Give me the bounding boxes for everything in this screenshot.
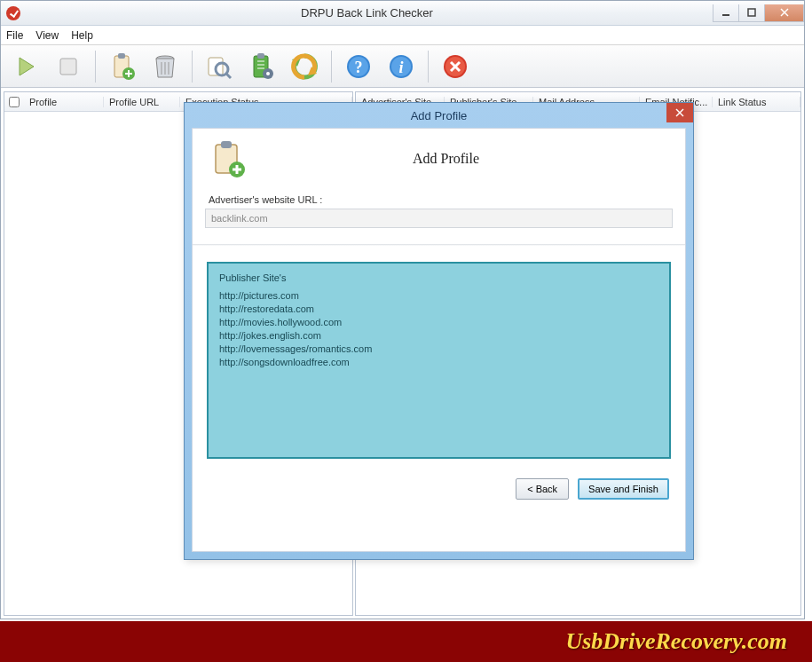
watermark-bar: UsbDriveRecovery.com [0,621,812,662]
info-button[interactable]: i [382,49,421,84]
col-profile[interactable]: Profile [24,97,104,107]
url-field-label: Advertiser's website URL : [209,194,673,205]
dialog-close-button[interactable] [666,103,693,122]
svg-rect-7 [118,53,125,59]
save-finish-button[interactable]: Save and Finish [578,478,669,500]
toolbar-separator [331,51,332,83]
app-icon [6,6,20,20]
toolbar: ? i [1,45,804,88]
clipboard-add-icon [108,52,137,81]
svg-line-17 [226,74,231,78]
dialog-heading: Add Profile [262,151,630,167]
toolbar-separator [428,51,429,83]
menu-help[interactable]: Help [71,29,93,42]
search-button[interactable] [200,49,239,84]
svg-text:i: i [398,59,403,76]
menu-view[interactable]: View [35,29,59,42]
play-button[interactable] [6,49,45,84]
dialog-header: Add Profile [205,136,673,187]
svg-point-24 [266,72,270,75]
clipboard-add-icon [209,139,248,178]
refresh-button[interactable] [285,49,324,84]
stop-button[interactable] [49,49,88,84]
close-icon [675,108,684,117]
select-all-column[interactable] [4,97,24,107]
col-link-status[interactable]: Link Status [713,97,800,107]
publisher-site-item: http://lovemessages/romantics.com [219,343,658,354]
publisher-site-item: http://pictures.com [219,290,658,301]
watermark-text: UsbDriveRecovery.com [565,628,787,655]
clipboard-gear-icon [248,52,276,81]
menubar: File View Help [1,26,804,45]
publisher-site-item: http://movies.hollywood.com [219,317,658,327]
advertiser-url-input[interactable] [205,209,673,228]
minimize-icon [721,8,730,17]
delete-button[interactable] [146,49,185,84]
close-button[interactable] [764,4,804,22]
dialog-titlebar: Add Profile [185,103,693,128]
publisher-sites-title: Publisher Site's [219,272,658,283]
help-icon: ? [344,52,373,81]
svg-marker-4 [20,58,34,75]
exit-button[interactable] [436,49,475,84]
play-icon [12,52,40,81]
minimize-button[interactable] [713,4,739,22]
toolbar-separator [192,51,193,83]
col-profile-url[interactable]: Profile URL [104,97,180,107]
settings-profile-button[interactable] [242,49,281,84]
divider [193,244,685,246]
window-controls [713,4,804,22]
dialog-title: Add Profile [185,109,693,122]
help-button[interactable]: ? [339,49,378,84]
search-icon [205,52,233,81]
toolbar-separator [95,51,96,83]
publisher-site-item: http://jokes.english.com [219,330,658,341]
svg-rect-40 [221,141,232,148]
svg-rect-1 [748,9,755,16]
menu-file[interactable]: File [6,29,23,42]
window-title: DRPU Back Link Checker [20,6,713,20]
add-profile-button[interactable] [103,49,142,84]
refresh-icon [290,52,319,81]
svg-rect-5 [60,59,76,75]
dialog-footer: < Back Save and Finish [205,478,673,500]
svg-text:?: ? [355,59,363,76]
add-profile-dialog: Add Profile Add Profile Advertiser's web… [184,102,694,560]
svg-rect-19 [257,53,264,59]
back-button[interactable]: < Back [516,478,569,500]
close-icon [780,8,789,17]
maximize-icon [747,8,756,17]
main-titlebar: DRPU Back Link Checker [1,1,804,26]
publisher-site-item: http://songsdownloadfree.com [219,357,658,367]
info-icon: i [387,52,415,81]
maximize-button[interactable] [738,4,765,22]
trash-icon [151,52,179,81]
select-all-checkbox[interactable] [9,97,20,107]
stop-icon [54,52,83,81]
delete-red-icon [441,52,469,81]
dialog-body: Add Profile Advertiser's website URL : P… [192,128,686,552]
publisher-site-item: http://restoredata.com [219,303,658,314]
publisher-sites-box: Publisher Site's http://pictures.com htt… [207,262,671,459]
